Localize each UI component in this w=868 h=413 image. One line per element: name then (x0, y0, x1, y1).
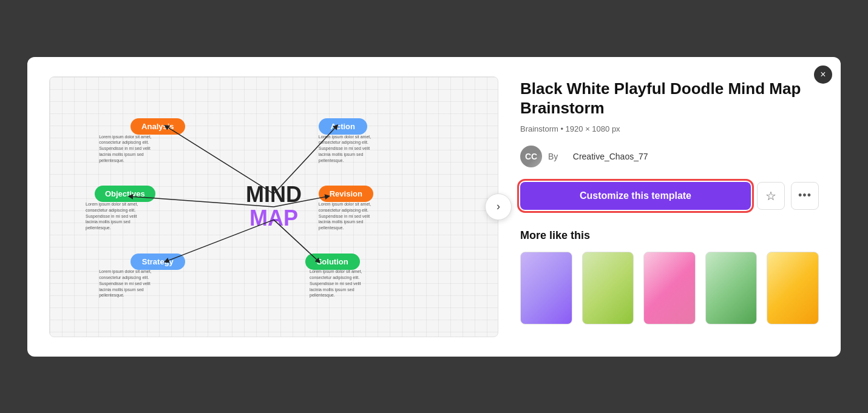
node-solution-text: Lorem ipsum dolor sit amet, consectetur … (310, 269, 370, 298)
node-analysis-text: Lorem ipsum dolor sit amet, consectetur … (99, 134, 160, 164)
more-like-section: More like this (520, 229, 819, 324)
node-revision-text: Lorem ipsum dolor sit amet, consectetur … (319, 201, 379, 231)
preview-area: MINDMAP Analysis Lorem ipsum dolor sit a… (49, 76, 498, 337)
node-objectives-text: Lorem ipsum dolor sit amet, consectetur … (86, 201, 146, 231)
node-revision: Revision (319, 186, 373, 202)
template-preview: MINDMAP Analysis Lorem ipsum dolor sit a… (49, 76, 498, 337)
star-icon: ☆ (765, 189, 776, 203)
thumbnail-1[interactable] (520, 252, 572, 324)
more-like-title: More like this (520, 229, 819, 242)
thumbnail-2-label (583, 252, 634, 324)
author-name[interactable]: Creative_Chaos_77 (573, 152, 648, 161)
modal-body: MINDMAP Analysis Lorem ipsum dolor sit a… (49, 76, 819, 337)
modal-overlay[interactable]: × MINDMAP Analysis Lorem ipsum dolor sit… (0, 0, 868, 413)
favorite-button[interactable]: ☆ (757, 182, 785, 210)
thumbnail-4[interactable] (705, 252, 758, 324)
node-solution: Solution (305, 254, 360, 270)
node-strategy-text: Lorem ipsum dolor sit amet, consectetur … (99, 269, 160, 298)
node-analysis: Analysis (131, 118, 185, 135)
customize-button[interactable]: Customize this template (520, 182, 751, 210)
node-action: Action (319, 118, 367, 135)
more-options-button[interactable]: ••• (791, 182, 819, 210)
node-strategy: Strategy (131, 254, 185, 270)
node-objectives: Objectives (95, 186, 155, 202)
mind-map-grid: MINDMAP Analysis Lorem ipsum dolor sit a… (50, 77, 498, 337)
info-panel: Black White Playful Doodle Mind Map Brai… (520, 76, 819, 324)
thumbnails-row (520, 252, 819, 324)
close-button[interactable]: × (814, 65, 832, 84)
thumbnail-3-label (644, 252, 695, 324)
avatar: CC (520, 146, 542, 167)
action-row: Customize this template ☆ ••• (520, 182, 819, 210)
thumbnail-4-label (706, 252, 757, 324)
author-by-label: By (548, 152, 558, 161)
node-action-text: Lorem ipsum dolor sit amet, consectetur … (319, 134, 379, 164)
thumbnail-3[interactable] (643, 252, 696, 324)
template-meta: Brainstorm • 1920 × 1080 px (520, 124, 819, 133)
more-icon: ••• (798, 189, 812, 202)
modal-container: × MINDMAP Analysis Lorem ipsum dolor sit… (27, 57, 841, 357)
mind-map-title: MINDMAP (246, 183, 302, 230)
thumbnail-5-label (767, 252, 818, 324)
thumbnail-2[interactable] (582, 252, 634, 324)
next-arrow[interactable]: › (485, 193, 512, 220)
author-row: CC By Creative_Chaos_77 (520, 146, 819, 167)
thumbnail-1-label (521, 252, 572, 324)
thumbnail-5[interactable] (767, 252, 819, 324)
template-title: Black White Playful Doodle Mind Map Brai… (520, 79, 819, 118)
avatar-image: CC (520, 146, 542, 167)
